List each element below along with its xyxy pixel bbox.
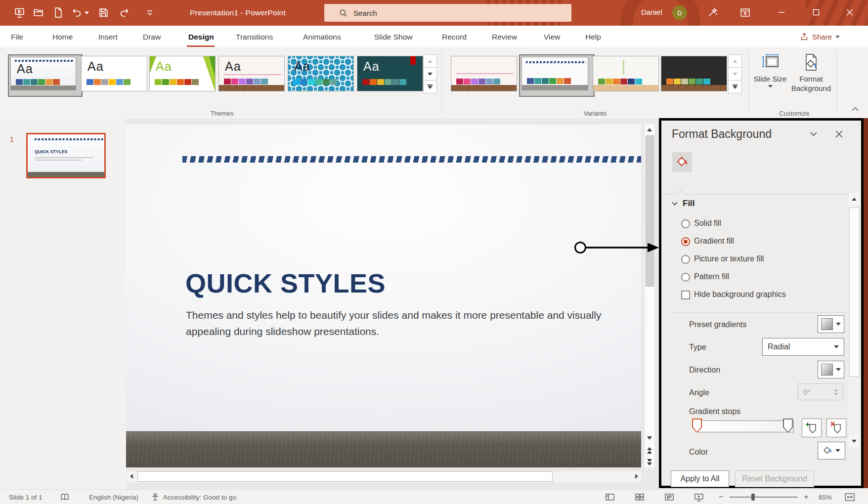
themes-scroll-up-button[interactable] bbox=[423, 54, 437, 68]
coming-soon-icon[interactable] bbox=[707, 7, 718, 18]
gradient-stop-1-selected[interactable] bbox=[692, 419, 702, 433]
share-button[interactable]: Share bbox=[800, 29, 840, 44]
collapse-ribbon-icon[interactable] bbox=[851, 107, 859, 112]
theme-office[interactable]: Aa bbox=[81, 56, 147, 91]
theme-ion[interactable]: Aa bbox=[357, 56, 423, 91]
pane-close-icon[interactable] bbox=[835, 130, 843, 138]
tab-help[interactable]: Help bbox=[585, 26, 601, 47]
hide-background-label[interactable]: Hide background graphics bbox=[694, 290, 786, 299]
fill-section-header[interactable]: Fill bbox=[672, 199, 695, 209]
redo-button[interactable] bbox=[119, 7, 130, 18]
type-dropdown[interactable]: Radial bbox=[762, 338, 844, 356]
vertical-scrollbar-thumb[interactable] bbox=[646, 135, 654, 287]
themes-more-button[interactable] bbox=[423, 80, 437, 93]
gradient-stops-bar[interactable] bbox=[698, 420, 794, 432]
zoom-slider-track[interactable] bbox=[730, 497, 798, 498]
spin-up-icon[interactable] bbox=[834, 389, 838, 391]
zoom-in-button[interactable]: + bbox=[804, 490, 809, 504]
scroll-up-button[interactable] bbox=[645, 125, 654, 134]
ribbon-display-options-icon[interactable] bbox=[739, 7, 751, 18]
avatar[interactable]: D bbox=[672, 5, 687, 20]
horizontal-scrollbar-thumb[interactable] bbox=[137, 471, 553, 482]
solid-fill-label[interactable]: Solid fill bbox=[694, 219, 721, 228]
save-button[interactable] bbox=[98, 7, 109, 18]
variants-more-button[interactable] bbox=[728, 80, 742, 93]
angle-spinner[interactable]: 0° bbox=[798, 383, 843, 400]
start-slideshow-button[interactable] bbox=[14, 7, 25, 18]
pane-options-icon[interactable] bbox=[810, 131, 818, 136]
tab-transitions[interactable]: Transitions bbox=[236, 26, 273, 47]
vertical-scrollbar[interactable] bbox=[644, 125, 654, 467]
scroll-right-button[interactable] bbox=[633, 471, 641, 482]
slide-title[interactable]: QUICK STYLES bbox=[185, 268, 386, 298]
slide-indicator[interactable]: Slide 1 of 1 bbox=[9, 490, 43, 504]
theme-facet[interactable]: Aa bbox=[149, 56, 216, 91]
zoom-level[interactable]: 65% bbox=[819, 490, 832, 504]
color-dropdown[interactable] bbox=[818, 442, 845, 460]
normal-view-button[interactable] bbox=[605, 490, 615, 504]
gradient-stop-2[interactable] bbox=[783, 419, 793, 433]
slide-sorter-view-button[interactable] bbox=[635, 490, 645, 504]
apply-to-all-button[interactable]: Apply to All bbox=[671, 470, 729, 487]
zoom-out-button[interactable]: − bbox=[719, 490, 724, 504]
theme-current-selected[interactable]: Aa bbox=[8, 54, 83, 97]
pane-scroll-up-button[interactable] bbox=[849, 193, 860, 206]
theme-integral[interactable]: Aa bbox=[288, 56, 354, 91]
tab-home[interactable]: Home bbox=[52, 26, 73, 47]
tab-view[interactable]: View bbox=[544, 26, 560, 47]
pane-scrollbar-thumb[interactable] bbox=[849, 208, 860, 377]
close-button[interactable] bbox=[841, 5, 858, 20]
spin-down-icon[interactable] bbox=[834, 393, 838, 395]
slide-body-text[interactable]: Themes and styles help to beautify your … bbox=[186, 307, 636, 339]
preset-gradients-dropdown[interactable] bbox=[818, 315, 844, 333]
open-icon[interactable] bbox=[33, 7, 44, 18]
reading-view-button[interactable] bbox=[664, 490, 674, 504]
remove-gradient-stop-button[interactable] bbox=[826, 419, 846, 437]
variant-4[interactable] bbox=[661, 56, 727, 91]
tab-animations[interactable]: Animations bbox=[303, 26, 341, 47]
accessibility-status[interactable]: Accessibility: Good to go bbox=[163, 490, 236, 504]
variants-scroll-down-button[interactable] bbox=[728, 67, 742, 81]
pattern-fill-radio[interactable] bbox=[681, 273, 690, 282]
minimize-button[interactable] bbox=[773, 5, 790, 20]
undo-button[interactable] bbox=[71, 7, 89, 18]
tab-draw[interactable]: Draw bbox=[143, 26, 161, 47]
new-file-icon[interactable] bbox=[52, 7, 64, 18]
direction-dropdown[interactable] bbox=[818, 361, 844, 378]
zoom-slider-thumb[interactable] bbox=[751, 494, 755, 501]
variants-scroll-up-button[interactable] bbox=[728, 54, 742, 68]
themes-scroll-down-button[interactable] bbox=[423, 67, 437, 81]
picture-fill-radio[interactable] bbox=[681, 255, 690, 264]
slide-canvas[interactable]: QUICK STYLES Themes and styles help to b… bbox=[126, 125, 641, 467]
variant-1[interactable] bbox=[451, 56, 517, 91]
search-input[interactable]: Search bbox=[324, 4, 571, 22]
variant-2-selected[interactable] bbox=[519, 54, 595, 97]
language-indicator[interactable]: English (Nigeria) bbox=[89, 490, 138, 504]
slide-size-button[interactable]: Slide Size bbox=[752, 53, 788, 88]
proofing-icon[interactable] bbox=[60, 490, 69, 504]
tab-design[interactable]: Design bbox=[188, 26, 214, 47]
reset-background-button[interactable]: Reset Background bbox=[735, 470, 814, 487]
tab-review[interactable]: Review bbox=[492, 26, 517, 47]
scroll-left-button[interactable] bbox=[128, 471, 135, 482]
horizontal-scrollbar[interactable] bbox=[126, 470, 642, 483]
gradient-fill-label[interactable]: Gradient fill bbox=[694, 237, 734, 246]
pane-scroll-down-button[interactable] bbox=[849, 435, 860, 448]
accessibility-icon[interactable] bbox=[151, 490, 160, 504]
maximize-button[interactable] bbox=[808, 5, 825, 20]
fit-to-window-button[interactable] bbox=[844, 490, 855, 504]
scroll-down-button[interactable] bbox=[645, 433, 654, 443]
next-slide-button[interactable] bbox=[645, 457, 654, 467]
variant-3[interactable] bbox=[593, 56, 659, 91]
pane-scrollbar-track[interactable] bbox=[849, 207, 860, 434]
picture-fill-label[interactable]: Picture or texture fill bbox=[694, 254, 764, 263]
format-background-button[interactable]: Format Background bbox=[790, 53, 832, 93]
tab-slide-show[interactable]: Slide Show bbox=[374, 26, 413, 47]
slideshow-view-button[interactable] bbox=[694, 490, 704, 504]
fill-tab[interactable] bbox=[672, 152, 692, 172]
tab-file[interactable]: File bbox=[11, 26, 23, 47]
pattern-fill-label[interactable]: Pattern fill bbox=[694, 272, 729, 281]
tab-insert[interactable]: Insert bbox=[98, 26, 118, 47]
slide-thumbnail[interactable]: QUICK STYLES bbox=[26, 133, 106, 178]
theme-gallery[interactable]: Aa bbox=[218, 56, 285, 91]
